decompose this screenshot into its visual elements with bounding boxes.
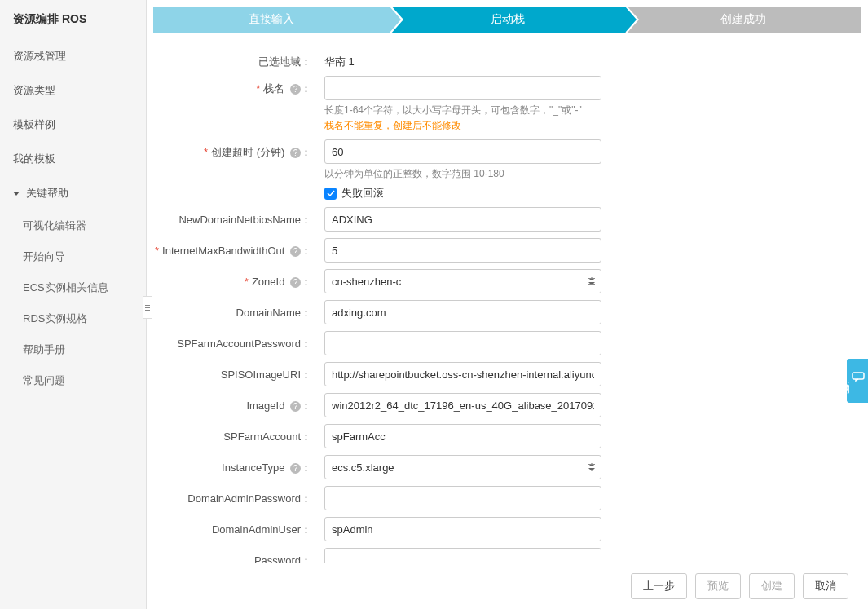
help-icon[interactable]: ? [290,277,301,288]
label-domain-admin-password: DomainAdminPassword： [153,486,324,506]
timeout-input[interactable] [324,139,601,164]
label-spiso: SPISOImageURI： [153,362,324,382]
collapse-icon [145,305,150,311]
instancetype-select[interactable]: ecs.c5.xlarge [324,455,601,479]
help-icon[interactable]: ? [290,84,301,95]
sidebar-sub-visual-editor[interactable]: 可视化编辑器 [0,210,146,241]
label-spfarm-account: SPFarmAccount： [153,424,324,444]
label-zoneid: *ZoneId ?： [153,269,324,289]
rollback-label: 失败回滚 [341,186,384,201]
label-bandwidth: *InternetMaxBandwidthOut ?： [153,238,324,258]
label-timeout: *创建超时 (分钟) ?： [153,139,324,160]
stack-name-input[interactable] [324,76,601,100]
spfarm-password-input[interactable] [324,331,601,355]
label-instancetype: InstanceType ?： [153,455,324,475]
domain-admin-password-input[interactable] [324,486,601,510]
help-icon[interactable]: ? [290,463,301,474]
sidebar-sub-help-manual[interactable]: 帮助手册 [0,334,146,365]
bandwidth-input[interactable] [324,238,601,263]
step-bar: 直接输入 启动栈 创建成功 [153,7,861,33]
label-spfarm-password: SPFarmAccountPassword： [153,331,324,351]
imageid-input[interactable] [324,393,601,417]
cancel-button[interactable]: 取消 [803,573,848,599]
label-domainname: DomainName： [153,300,324,320]
sidebar: 资源编排 ROS 资源栈管理 资源类型 模板样例 我的模板 关键帮助 可视化编辑… [0,0,147,609]
prev-button[interactable]: 上一步 [631,573,687,599]
sidebar-item-template-samples[interactable]: 模板样例 [0,108,146,142]
domain-admin-user-input[interactable] [324,517,601,541]
label-region: 已选地域： [153,49,324,69]
main: 直接输入 启动栈 创建成功 已选地域： 华南 1 *栈名 ?： 长度1-64个字… [147,0,868,609]
label-domain-admin-user: DomainAdminUser： [153,517,324,537]
preview-button[interactable]: 预览 [695,573,741,599]
sidebar-sub-start-wizard[interactable]: 开始向导 [0,241,146,272]
hint-timeout: 以分钟为单位的正整数，数字范围 10-180 [324,167,601,181]
feedback-tab-label: 咨询·建议 [839,372,851,396]
sidebar-item-my-templates[interactable]: 我的模板 [0,142,146,176]
help-icon[interactable]: ? [290,148,301,158]
sidebar-group-help[interactable]: 关键帮助 [0,176,146,210]
hint-stack-name: 长度1-64个字符，以大小写字母开头，可包含数字，"_"或"-" [324,104,601,117]
sidebar-sub-rds-spec[interactable]: RDS实例规格 [0,303,146,334]
help-icon[interactable]: ? [290,401,301,412]
rollback-checkbox[interactable] [324,188,337,200]
sidebar-title: 资源编排 ROS [0,0,146,39]
zoneid-select[interactable]: cn-shenzhen-c [324,269,601,293]
sidebar-sub-faq[interactable]: 常见问题 [0,365,146,396]
label-netbios: NewDomainNetbiosName： [153,207,324,227]
step-create-success: 创建成功 [625,7,861,33]
sidebar-item-resource-types[interactable]: 资源类型 [0,73,146,108]
sidebar-collapse-handle[interactable] [143,296,152,319]
help-icon[interactable]: ? [290,246,301,257]
value-region: 华南 1 [324,49,601,69]
password-input[interactable] [324,548,601,563]
spfarm-account-input[interactable] [324,424,601,448]
step-direct-input[interactable]: 直接输入 [153,7,390,33]
chat-icon [852,372,865,382]
sidebar-sub-ecs-info[interactable]: ECS实例相关信息 [0,272,146,303]
step-launch-stack[interactable]: 启动栈 [390,7,626,33]
feedback-tab[interactable]: 咨询·建议 [847,359,868,403]
create-button[interactable]: 创建 [749,573,795,599]
label-password: Password： [153,548,324,563]
spiso-input[interactable] [324,362,601,386]
svg-rect-0 [853,373,864,379]
label-stack-name: *栈名 ?： [153,76,324,96]
label-imageid: ImageId ?： [153,393,324,413]
footer: 上一步 预览 创建 取消 [153,563,861,609]
chevron-down-icon [13,192,20,196]
sidebar-group-label: 关键帮助 [26,186,68,201]
warn-stack-name: 栈名不能重复，创建后不能修改 [324,119,601,133]
domainname-input[interactable] [324,300,601,324]
sidebar-item-stack-mgmt[interactable]: 资源栈管理 [0,39,146,73]
netbios-input[interactable] [324,207,601,232]
form: 已选地域： 华南 1 *栈名 ?： 长度1-64个字符，以大小写字母开头，可包含… [153,49,861,563]
